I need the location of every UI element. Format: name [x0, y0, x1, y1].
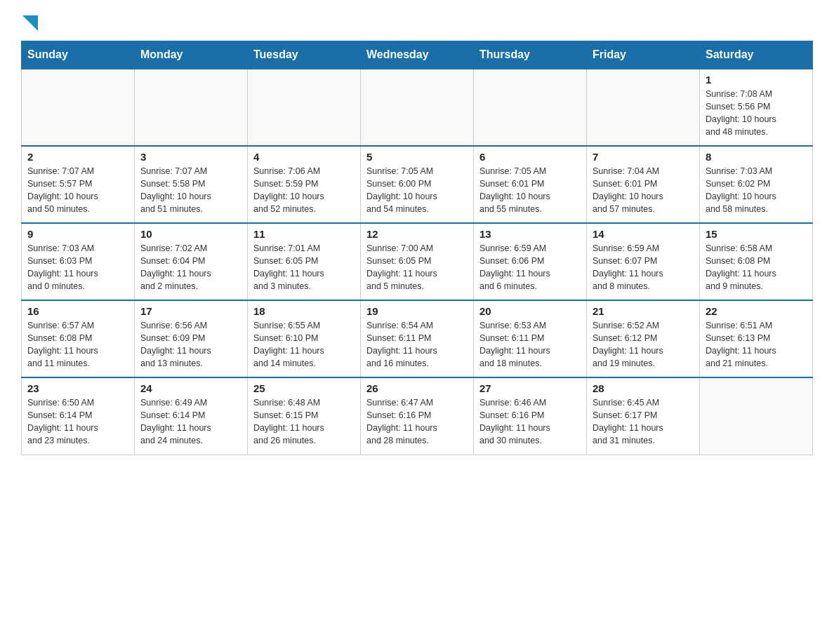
weekday-header-tuesday: Tuesday	[248, 41, 361, 69]
day-number: 14	[593, 228, 694, 240]
day-number: 16	[27, 305, 128, 317]
calendar-cell: 2Sunrise: 7:07 AM Sunset: 5:57 PM Daylig…	[22, 146, 135, 223]
calendar-cell: 9Sunrise: 7:03 AM Sunset: 6:03 PM Daylig…	[22, 223, 135, 300]
day-number: 26	[366, 382, 468, 394]
weekday-header-friday: Friday	[587, 41, 700, 69]
weekday-header-wednesday: Wednesday	[361, 41, 474, 69]
day-info: Sunrise: 6:47 AM Sunset: 6:16 PM Dayligh…	[366, 396, 468, 448]
weekday-header-thursday: Thursday	[474, 41, 587, 69]
day-info: Sunrise: 6:55 AM Sunset: 6:10 PM Dayligh…	[253, 319, 355, 370]
day-number: 11	[253, 228, 355, 240]
calendar-cell: 23Sunrise: 6:50 AM Sunset: 6:14 PM Dayli…	[22, 377, 135, 455]
day-number: 4	[253, 151, 355, 163]
calendar-cell: 11Sunrise: 7:01 AM Sunset: 6:05 PM Dayli…	[248, 223, 361, 300]
day-number: 7	[593, 151, 694, 163]
calendar-cell: 7Sunrise: 7:04 AM Sunset: 6:01 PM Daylig…	[587, 146, 700, 223]
day-info: Sunrise: 7:02 AM Sunset: 6:04 PM Dayligh…	[140, 242, 241, 293]
week-row-1: 1Sunrise: 7:08 AM Sunset: 5:56 PM Daylig…	[22, 69, 813, 146]
calendar-cell: 26Sunrise: 6:47 AM Sunset: 6:16 PM Dayli…	[361, 377, 474, 455]
day-number: 8	[706, 151, 807, 163]
day-number: 13	[479, 228, 581, 240]
weekday-header-sunday: Sunday	[22, 41, 135, 69]
weekday-header-monday: Monday	[135, 41, 248, 69]
calendar-cell: 24Sunrise: 6:49 AM Sunset: 6:14 PM Dayli…	[135, 377, 248, 455]
day-info: Sunrise: 6:49 AM Sunset: 6:14 PM Dayligh…	[140, 396, 241, 448]
day-number: 15	[706, 228, 807, 240]
day-number: 24	[140, 382, 241, 394]
week-row-2: 2Sunrise: 7:07 AM Sunset: 5:57 PM Daylig…	[22, 146, 813, 223]
calendar-cell: 3Sunrise: 7:07 AM Sunset: 5:58 PM Daylig…	[135, 146, 248, 223]
day-info: Sunrise: 7:07 AM Sunset: 5:57 PM Dayligh…	[27, 165, 128, 216]
calendar-cell: 20Sunrise: 6:53 AM Sunset: 6:11 PM Dayli…	[474, 300, 587, 377]
calendar-cell: 14Sunrise: 6:59 AM Sunset: 6:07 PM Dayli…	[587, 223, 700, 300]
calendar-cell: 12Sunrise: 7:00 AM Sunset: 6:05 PM Dayli…	[361, 223, 474, 300]
calendar-cell	[474, 69, 587, 146]
day-info: Sunrise: 6:45 AM Sunset: 6:17 PM Dayligh…	[593, 396, 694, 448]
calendar-cell: 19Sunrise: 6:54 AM Sunset: 6:11 PM Dayli…	[361, 300, 474, 377]
day-number: 17	[140, 305, 241, 317]
day-number: 20	[479, 305, 581, 317]
day-info: Sunrise: 7:05 AM Sunset: 6:01 PM Dayligh…	[479, 165, 581, 216]
day-number: 6	[479, 151, 581, 163]
day-number: 5	[366, 151, 468, 163]
day-number: 9	[27, 228, 128, 240]
day-info: Sunrise: 6:57 AM Sunset: 6:08 PM Dayligh…	[27, 319, 128, 370]
calendar-cell: 1Sunrise: 7:08 AM Sunset: 5:56 PM Daylig…	[700, 69, 813, 146]
day-info: Sunrise: 6:59 AM Sunset: 6:06 PM Dayligh…	[479, 242, 581, 293]
day-number: 18	[253, 305, 355, 317]
svg-marker-0	[22, 15, 38, 31]
day-number: 28	[593, 382, 694, 394]
day-info: Sunrise: 6:46 AM Sunset: 6:16 PM Dayligh…	[479, 396, 581, 448]
calendar-cell: 10Sunrise: 7:02 AM Sunset: 6:04 PM Dayli…	[135, 223, 248, 300]
day-number: 19	[366, 305, 468, 317]
weekday-header-saturday: Saturday	[700, 41, 813, 69]
weekday-header-row: SundayMondayTuesdayWednesdayThursdayFrid…	[22, 41, 813, 69]
calendar-cell: 6Sunrise: 7:05 AM Sunset: 6:01 PM Daylig…	[474, 146, 587, 223]
calendar-cell: 13Sunrise: 6:59 AM Sunset: 6:06 PM Dayli…	[474, 223, 587, 300]
day-number: 25	[253, 382, 355, 394]
calendar-cell: 27Sunrise: 6:46 AM Sunset: 6:16 PM Dayli…	[474, 377, 587, 455]
calendar-cell: 16Sunrise: 6:57 AM Sunset: 6:08 PM Dayli…	[22, 300, 135, 377]
calendar-cell	[361, 69, 474, 146]
day-number: 2	[27, 151, 128, 163]
day-info: Sunrise: 7:00 AM Sunset: 6:05 PM Dayligh…	[366, 242, 468, 293]
calendar-cell: 5Sunrise: 7:05 AM Sunset: 6:00 PM Daylig…	[361, 146, 474, 223]
day-info: Sunrise: 7:01 AM Sunset: 6:05 PM Dayligh…	[253, 242, 355, 293]
day-number: 23	[27, 382, 128, 394]
day-info: Sunrise: 6:52 AM Sunset: 6:12 PM Dayligh…	[593, 319, 694, 370]
calendar-cell	[587, 69, 700, 146]
day-info: Sunrise: 6:48 AM Sunset: 6:15 PM Dayligh…	[253, 396, 355, 448]
day-info: Sunrise: 6:53 AM Sunset: 6:11 PM Dayligh…	[479, 319, 581, 370]
calendar-cell: 15Sunrise: 6:58 AM Sunset: 6:08 PM Dayli…	[700, 223, 813, 300]
calendar-cell	[135, 69, 248, 146]
calendar-cell: 25Sunrise: 6:48 AM Sunset: 6:15 PM Dayli…	[248, 377, 361, 455]
day-info: Sunrise: 6:51 AM Sunset: 6:13 PM Dayligh…	[706, 319, 807, 370]
day-number: 12	[366, 228, 468, 240]
calendar-cell: 17Sunrise: 6:56 AM Sunset: 6:09 PM Dayli…	[135, 300, 248, 377]
calendar-cell: 18Sunrise: 6:55 AM Sunset: 6:10 PM Dayli…	[248, 300, 361, 377]
calendar-cell	[700, 377, 813, 455]
day-number: 1	[706, 74, 807, 86]
calendar-cell: 22Sunrise: 6:51 AM Sunset: 6:13 PM Dayli…	[700, 300, 813, 377]
day-info: Sunrise: 6:56 AM Sunset: 6:09 PM Dayligh…	[140, 319, 241, 370]
day-info: Sunrise: 7:07 AM Sunset: 5:58 PM Dayligh…	[140, 165, 241, 216]
day-info: Sunrise: 7:03 AM Sunset: 6:03 PM Dayligh…	[27, 242, 128, 293]
day-info: Sunrise: 7:05 AM Sunset: 6:00 PM Dayligh…	[366, 165, 468, 216]
day-info: Sunrise: 7:04 AM Sunset: 6:01 PM Dayligh…	[593, 165, 694, 216]
day-info: Sunrise: 7:03 AM Sunset: 6:02 PM Dayligh…	[706, 165, 807, 216]
day-info: Sunrise: 6:50 AM Sunset: 6:14 PM Dayligh…	[27, 396, 128, 448]
calendar-table: SundayMondayTuesdayWednesdayThursdayFrid…	[21, 41, 813, 455]
calendar-cell: 8Sunrise: 7:03 AM Sunset: 6:02 PM Daylig…	[700, 146, 813, 223]
logo	[21, 14, 38, 34]
calendar-cell: 21Sunrise: 6:52 AM Sunset: 6:12 PM Dayli…	[587, 300, 700, 377]
week-row-5: 23Sunrise: 6:50 AM Sunset: 6:14 PM Dayli…	[22, 377, 813, 455]
logo-triangle-icon	[22, 15, 38, 31]
week-row-3: 9Sunrise: 7:03 AM Sunset: 6:03 PM Daylig…	[22, 223, 813, 300]
page-header	[21, 14, 813, 34]
day-info: Sunrise: 6:59 AM Sunset: 6:07 PM Dayligh…	[593, 242, 694, 293]
day-number: 21	[593, 305, 694, 317]
calendar-cell: 28Sunrise: 6:45 AM Sunset: 6:17 PM Dayli…	[587, 377, 700, 455]
day-number: 22	[706, 305, 807, 317]
calendar-cell: 4Sunrise: 7:06 AM Sunset: 5:59 PM Daylig…	[248, 146, 361, 223]
calendar-cell	[22, 69, 135, 146]
